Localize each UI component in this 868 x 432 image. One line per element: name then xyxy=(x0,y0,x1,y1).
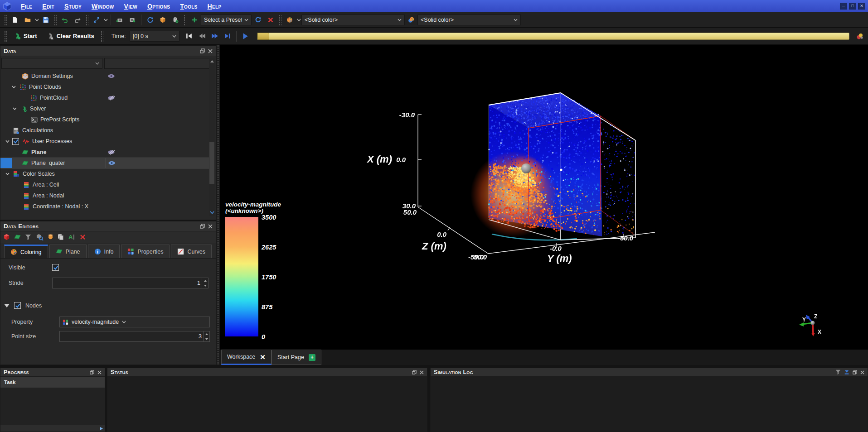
tree-item-user-processes[interactable]: User Processes xyxy=(0,136,210,147)
scroll-down-arrow[interactable] xyxy=(209,209,215,216)
section-expanded-triangle-icon[interactable] xyxy=(4,304,10,307)
scroll-up-arrow[interactable] xyxy=(209,58,215,64)
tab-info[interactable]: Info xyxy=(88,245,120,258)
toolbar-drag-handle[interactable] xyxy=(86,14,88,25)
float-panel-icon[interactable] xyxy=(200,224,205,229)
tree-item-calculations[interactable]: Calculations xyxy=(0,125,210,136)
toolbar-drag-handle[interactable] xyxy=(4,14,7,25)
task-column-header[interactable]: Task xyxy=(0,377,105,388)
step-forward-button[interactable] xyxy=(209,30,221,43)
copy-pages-icon[interactable] xyxy=(58,234,64,240)
tree-item-domain-settings[interactable]: Domain Settings xyxy=(0,71,210,82)
menu-view[interactable]: View xyxy=(120,2,142,11)
domain-box-button[interactable] xyxy=(156,14,169,26)
tree-item-pointcloud[interactable]: PointCloud xyxy=(0,92,210,103)
toolbar-drag-handle[interactable] xyxy=(279,14,281,25)
menu-file[interactable]: File xyxy=(16,2,37,11)
window-maximize-button[interactable]: □ xyxy=(849,3,856,10)
float-panel-icon[interactable] xyxy=(200,48,205,53)
panel-splitter[interactable] xyxy=(216,45,220,365)
play-button[interactable] xyxy=(239,30,252,43)
close-panel-icon[interactable] xyxy=(208,224,213,229)
menu-tools[interactable]: Tools xyxy=(175,2,202,11)
collapse-chevron-icon[interactable] xyxy=(11,107,18,110)
property-dropdown[interactable]: velocity-magnitude xyxy=(59,317,210,327)
window-minimize-button[interactable]: ─ xyxy=(840,3,847,10)
progress-hscrollbar[interactable] xyxy=(0,425,105,432)
collapse-chevron-icon[interactable] xyxy=(4,140,10,143)
redo-button[interactable] xyxy=(71,14,84,26)
surface-color-dropdown[interactable]: <Solid color> xyxy=(301,14,405,25)
timeline-slider-handle[interactable] xyxy=(257,33,269,40)
delete-preset-button[interactable] xyxy=(264,14,277,26)
tree-item-area-cell[interactable]: Area : Cell xyxy=(0,179,210,190)
mouse-settings-button[interactable] xyxy=(169,14,182,26)
eye-visible-icon[interactable] xyxy=(108,160,116,166)
tab-workspace[interactable]: Workspace ✕ xyxy=(221,350,272,365)
window-close-button[interactable]: ✕ xyxy=(858,3,865,10)
toolbar-drag-handle[interactable] xyxy=(54,14,57,25)
eye-hidden-icon[interactable] xyxy=(107,149,115,155)
snapshot-export-button[interactable] xyxy=(113,14,126,26)
add-preset-button[interactable] xyxy=(188,14,201,26)
user-processes-checkbox[interactable] xyxy=(12,138,19,145)
menu-window[interactable]: Window xyxy=(87,2,118,11)
tree-item-solver[interactable]: Solver xyxy=(0,103,210,114)
float-panel-icon[interactable] xyxy=(853,370,857,374)
tree-item-prepost-scripts[interactable]: PrePost Scripts xyxy=(0,114,210,125)
save-button[interactable] xyxy=(39,14,52,26)
step-back-button[interactable] xyxy=(196,30,209,43)
skip-to-end-button[interactable] xyxy=(221,30,234,43)
timeline-slider[interactable] xyxy=(257,33,849,40)
surface-coloring-chevron[interactable] xyxy=(296,14,301,26)
tree-item-point-clouds[interactable]: Point Clouds xyxy=(0,82,210,92)
background-color-dropdown[interactable]: <Solid color> xyxy=(417,14,521,25)
collapse-chevron-icon[interactable] xyxy=(10,86,17,88)
tab-plane[interactable]: Plane xyxy=(49,245,87,258)
clear-results-button[interactable]: Clear Results xyxy=(42,32,99,40)
data-filter-input[interactable] xyxy=(104,58,210,69)
new-document-button[interactable] xyxy=(9,14,21,26)
background-coloring-button[interactable] xyxy=(405,14,417,26)
plane-editor-icon[interactable] xyxy=(14,234,21,240)
open-file-button[interactable] xyxy=(21,14,34,26)
menu-edit[interactable]: Edit xyxy=(38,2,59,11)
fit-view-button[interactable] xyxy=(90,14,103,26)
menu-study[interactable]: Study xyxy=(60,2,86,11)
filter-editor-icon[interactable] xyxy=(25,234,32,240)
visible-checkbox[interactable] xyxy=(52,264,59,271)
close-panel-icon[interactable] xyxy=(208,49,213,53)
tree-item-plane-quater[interactable]: Plane_quater xyxy=(0,158,210,168)
stride-spinner[interactable] xyxy=(202,278,208,288)
fit-view-dropdown-chevron[interactable] xyxy=(103,14,108,26)
reload-preset-button[interactable] xyxy=(252,14,264,26)
tree-item-area-nodal[interactable]: Area : Nodal xyxy=(0,190,210,201)
close-tab-icon[interactable]: ✕ xyxy=(260,354,266,360)
float-panel-icon[interactable] xyxy=(412,370,417,374)
tree-item-plane[interactable]: Plane xyxy=(0,147,210,158)
nodes-checkbox[interactable] xyxy=(14,302,21,309)
new-tab-icon[interactable]: + xyxy=(309,354,315,361)
close-panel-icon[interactable] xyxy=(97,370,102,374)
surface-coloring-button[interactable] xyxy=(283,14,296,26)
skip-to-start-button[interactable] xyxy=(183,30,196,43)
time-dropdown[interactable]: [0] 0 s xyxy=(130,31,179,42)
scroll-right-arrow[interactable] xyxy=(100,427,103,431)
menu-options[interactable]: Options xyxy=(143,2,175,11)
collapse-chevron-icon[interactable] xyxy=(4,173,10,175)
tab-start-page[interactable]: Start Page + xyxy=(272,350,321,365)
point-size-input[interactable] xyxy=(59,331,210,342)
close-panel-icon[interactable] xyxy=(860,370,864,374)
inspect-editor-icon[interactable] xyxy=(36,234,44,240)
probe-sphere[interactable] xyxy=(521,163,531,173)
tab-coloring[interactable]: Coloring xyxy=(4,245,48,258)
eye-hidden-icon[interactable] xyxy=(107,95,115,101)
tab-properties[interactable]: Properties xyxy=(121,245,170,258)
data-filter-dropdown[interactable] xyxy=(1,58,102,69)
data-tree-scrollbar[interactable] xyxy=(209,58,215,216)
tab-curves[interactable]: Curves xyxy=(171,245,212,258)
scroll-to-bottom-icon[interactable] xyxy=(844,370,849,375)
open-file-dropdown-chevron[interactable] xyxy=(34,14,39,26)
snapshot-settings-button[interactable] xyxy=(126,14,139,26)
nodes-section-header[interactable]: Nodes xyxy=(4,302,42,309)
